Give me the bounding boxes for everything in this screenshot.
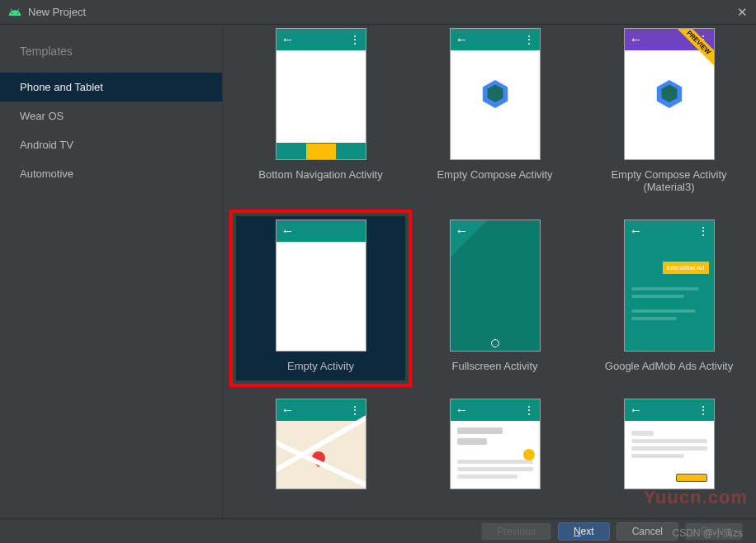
template-empty-compose-m3[interactable]: ←⋮ PREVIEW Empty Compose Activity (Mater… <box>584 25 754 201</box>
template-maps[interactable]: ←⋮ <box>236 395 405 493</box>
back-arrow-icon: ← <box>281 403 295 418</box>
more-icon: ⋮ <box>349 33 361 46</box>
compose-cube-icon <box>480 78 511 110</box>
back-arrow-icon: ← <box>281 32 295 47</box>
template-label: Google AdMob Ads Activity <box>603 352 735 377</box>
previous-button: Previous <box>481 522 551 541</box>
template-bottom-navigation[interactable]: ←⋮ Bottom Navigation Activity <box>236 25 405 201</box>
back-arrow-icon: ← <box>456 403 469 418</box>
action-button-icon <box>676 474 707 482</box>
sidebar-item-automotive[interactable]: Automotive <box>0 159 222 188</box>
more-icon: ⋮ <box>523 33 535 46</box>
template-label: Empty Compose Activity <box>435 160 554 186</box>
template-label: Fullscreen Activity <box>450 352 539 377</box>
finish-button: Finish <box>685 522 743 541</box>
template-thumbnail: ←⛶ <box>450 220 541 352</box>
back-arrow-icon: ← <box>456 32 469 47</box>
sidebar-item-wear-os[interactable]: Wear OS <box>0 102 222 130</box>
template-fullscreen[interactable]: ←⛶ Fullscreen Activity <box>410 216 579 380</box>
cancel-button[interactable]: Cancel <box>617 522 678 541</box>
window-title: New Project <box>28 6 86 18</box>
android-icon <box>8 6 21 19</box>
next-button[interactable]: Next <box>558 522 610 541</box>
template-thumbnail: ←⋮ <box>450 28 541 160</box>
back-arrow-icon: ← <box>281 224 295 238</box>
template-label: Bottom Navigation Activity <box>257 160 384 186</box>
back-arrow-icon: ← <box>630 32 643 47</box>
home-icon <box>491 339 499 347</box>
more-icon: ⋮ <box>523 404 535 417</box>
star-icon <box>523 449 535 460</box>
sidebar-item-android-tv[interactable]: Android TV <box>0 130 222 159</box>
more-icon: ⋮ <box>697 224 709 238</box>
sidebar-header: Templates <box>0 45 222 73</box>
more-icon: ⋮ <box>349 404 361 417</box>
back-arrow-icon: ← <box>630 403 643 418</box>
map-pin-icon <box>309 449 328 468</box>
template-thumbnail: ←⋮ Interstitial Ad <box>624 220 715 352</box>
template-thumbnail: ←⋮ <box>276 28 366 160</box>
template-thumbnail: ←⋮ <box>450 399 541 489</box>
more-icon: ⋮ <box>697 404 709 417</box>
back-arrow-icon: ← <box>630 224 643 238</box>
template-label: Empty Compose Activity (Material3) <box>588 160 750 198</box>
titlebar: New Project ✕ <box>0 0 756 25</box>
template-thumbnail: ← <box>276 220 366 352</box>
sidebar-item-phone-tablet[interactable]: Phone and Tablet <box>0 73 222 102</box>
template-empty-activity[interactable]: ← Empty Activity <box>236 216 405 380</box>
template-thumbnail: ←⋮ PREVIEW <box>624 28 715 160</box>
template-label: Empty Activity <box>286 352 356 377</box>
template-thumbnail: ←⋮ <box>276 399 366 489</box>
compose-cube-icon <box>654 78 685 110</box>
ad-badge: Interstitial Ad <box>663 262 709 274</box>
template-list-btn[interactable]: ←⋮ <box>584 395 754 493</box>
back-arrow-icon: ← <box>456 224 469 238</box>
template-list-star[interactable]: ←⋮ <box>410 395 579 493</box>
template-thumbnail: ←⋮ <box>624 399 715 489</box>
template-gallery: ←⋮ Bottom Navigation Activity ←⋮ Empty C… <box>223 25 756 518</box>
close-icon[interactable]: ✕ <box>737 5 748 20</box>
template-admob[interactable]: ←⋮ Interstitial Ad Google AdMob Ads Acti… <box>584 216 754 380</box>
template-empty-compose[interactable]: ←⋮ Empty Compose Activity <box>410 25 579 201</box>
wizard-footer: Previous Next Cancel Finish <box>0 518 756 543</box>
sidebar: Templates Phone and Tablet Wear OS Andro… <box>0 25 223 518</box>
